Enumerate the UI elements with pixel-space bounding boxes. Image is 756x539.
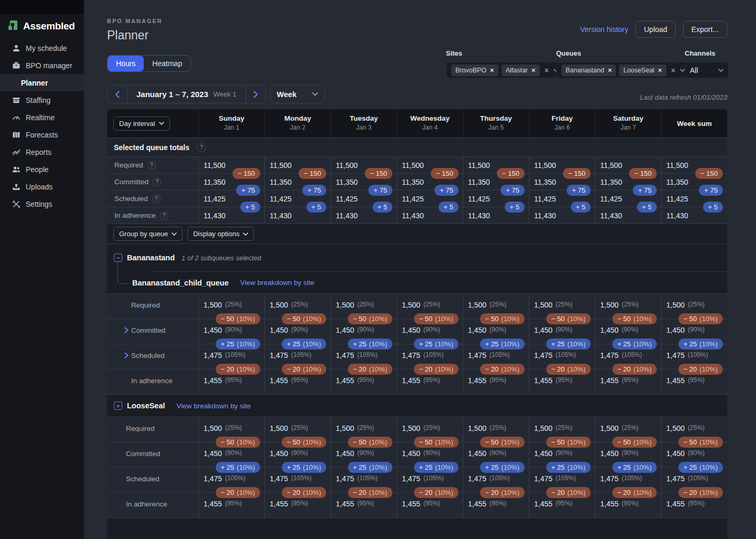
interval-select[interactable]: Week xyxy=(270,85,325,103)
badge-percent: (10%) xyxy=(699,438,718,446)
plus-delta-badge: + 5 xyxy=(703,202,723,213)
sidebar-item-settings[interactable]: Settings xyxy=(0,195,84,213)
filter-chip[interactable]: BrovoBPO× xyxy=(451,65,498,76)
next-week-button[interactable] xyxy=(246,86,265,103)
minus-delta-badge: − 50(10%) xyxy=(282,313,326,324)
cell-percent: (25%) xyxy=(688,424,705,431)
cell-value: 1,450 xyxy=(600,449,619,458)
cell-percent: (105%) xyxy=(622,351,642,358)
remove-chip-icon[interactable]: × xyxy=(658,65,662,76)
sidebar-item-bpo-manager[interactable]: BPO manager xyxy=(0,57,84,74)
badge-delta: + 25 xyxy=(419,463,433,471)
badge-delta: + 25 xyxy=(419,340,433,348)
cell-value: 1,475 xyxy=(204,351,222,360)
minus-delta-badge: − 50(10%) xyxy=(678,313,723,324)
cell-percent: (95%) xyxy=(291,500,308,507)
remove-chip-icon[interactable]: × xyxy=(608,65,612,76)
cell-percent: (95%) xyxy=(291,376,308,384)
badge-delta: − 20 xyxy=(353,489,367,496)
queue-cell: 1,500(25%)− 50(10%) xyxy=(397,417,463,442)
date-range-text: January 1 – 7, 2023 xyxy=(136,90,208,99)
gauge-icon xyxy=(12,113,20,122)
filter-chip[interactable]: Alfastar× xyxy=(502,65,540,76)
filter-select-sites[interactable]: BrovoBPO×Alfastar×× xyxy=(446,62,564,78)
group-by-queue-button[interactable]: Group by queue xyxy=(113,227,183,241)
cell-value: 11,350 xyxy=(468,178,490,186)
day-interval-button[interactable]: Day interval xyxy=(113,117,170,131)
cell-percent: (95%) xyxy=(688,500,705,507)
badge-percent: (10%) xyxy=(369,463,387,471)
cell-percent: (25%) xyxy=(688,301,705,308)
cell-percent: (95%) xyxy=(225,500,242,507)
subqueue-note: 1 of 2 subqueues selected xyxy=(182,254,261,262)
help-icon[interactable]: ? xyxy=(160,212,168,220)
badge-delta: + 25 xyxy=(221,463,235,471)
filter-chip[interactable]: Bananastand× xyxy=(561,65,616,76)
filter-select-queues[interactable]: Bananastand×LooseSeal×× xyxy=(556,62,690,78)
clear-selection-icon[interactable]: × xyxy=(669,66,677,75)
sidebar-item-forecasts[interactable]: Forecasts xyxy=(0,126,84,143)
minus-delta-badge: − 20(10%) xyxy=(348,487,392,498)
sidebar-item-my-schedule[interactable]: My schedule xyxy=(0,39,84,57)
cell-value: 1,500 xyxy=(402,301,420,309)
cell-value: 11,430 xyxy=(666,212,688,220)
badge-delta: + 25 xyxy=(287,463,301,471)
plus-delta-badge: + 5 xyxy=(637,202,657,213)
help-icon[interactable]: ? xyxy=(197,143,206,152)
badge-delta: − 50 xyxy=(419,438,433,446)
help-icon[interactable]: ? xyxy=(153,178,161,186)
minus-delta-badge: − 150 xyxy=(232,168,260,179)
sidebar-item-uploads[interactable]: Uploads xyxy=(0,178,84,195)
remove-chip-icon[interactable]: × xyxy=(531,65,536,76)
filter-chip[interactable]: LooseSeal× xyxy=(619,65,666,76)
filter-label-channels: Channels xyxy=(685,49,729,57)
view-breakdown-link[interactable]: View breakdown by site xyxy=(240,279,315,287)
cell-value: 1,450 xyxy=(468,326,486,334)
chevron-down-icon xyxy=(718,69,723,72)
row-label: Scheduled xyxy=(107,344,198,369)
cell-value: 1,455 xyxy=(204,500,222,508)
version-history-link[interactable]: Version history xyxy=(580,25,629,34)
chevron-right-icon[interactable] xyxy=(124,352,129,360)
help-icon[interactable]: ? xyxy=(152,195,161,203)
cell-percent: (105%) xyxy=(556,474,576,482)
toggle-hours[interactable]: Hours xyxy=(108,56,144,71)
clear-selection-icon[interactable]: × xyxy=(543,66,550,75)
view-breakdown-link[interactable]: View breakdown by site xyxy=(177,402,251,410)
export-button[interactable]: Export... xyxy=(683,21,727,38)
cell-value: 1,500 xyxy=(666,424,685,432)
cell-value: 1,455 xyxy=(336,500,354,508)
badge-delta: + 25 xyxy=(684,340,697,348)
sidebar-item-reports[interactable]: Reports xyxy=(0,143,84,161)
cell-percent: (105%) xyxy=(622,474,642,482)
toggle-heatmap[interactable]: Heatmap xyxy=(144,56,190,71)
badge-delta: − 20 xyxy=(485,489,499,496)
day-name: Friday xyxy=(529,114,595,122)
queue-data-table: Required1,500(25%)− 50(10%)1,500(25%)− 5… xyxy=(107,417,727,518)
expand-icon[interactable]: + xyxy=(114,401,122,410)
sidebar-item-realtime[interactable]: Realtime xyxy=(0,109,84,126)
sidebar-item-staffing[interactable]: Staffing xyxy=(0,91,84,109)
week-sum-label: Week sum xyxy=(677,120,712,128)
collapse-icon[interactable]: − xyxy=(114,253,122,262)
row-label: Scheduled? xyxy=(107,191,198,207)
cell-value: 1,455 xyxy=(270,500,288,508)
badge-delta: − 150 xyxy=(700,170,718,177)
sidebar-item-planner[interactable]: Planner xyxy=(0,74,84,91)
chevron-right-icon[interactable] xyxy=(124,327,129,335)
table-day-header: Day intervalSundayJan 1MondayJan 2Tuesda… xyxy=(107,109,727,138)
interval-cell: Day interval xyxy=(107,109,198,138)
sidebar: Assembled My scheduleBPO managerPlannerS… xyxy=(0,0,84,539)
filter-select-channels[interactable]: All xyxy=(685,62,729,78)
cell-percent: (25%) xyxy=(225,424,242,431)
display-options-button[interactable]: Display options xyxy=(187,227,254,241)
remove-chip-icon[interactable]: × xyxy=(490,65,494,76)
upload-button[interactable]: Upload xyxy=(635,21,675,38)
previous-week-button[interactable] xyxy=(108,86,127,103)
cell-value: 1,450 xyxy=(534,326,552,334)
sidebar-item-people[interactable]: People xyxy=(0,161,84,178)
badge-percent: (10%) xyxy=(633,438,652,446)
help-icon[interactable]: ? xyxy=(147,161,156,170)
cell-value: 11,425 xyxy=(534,195,556,203)
column-header-wednesday: WednesdayJan 4 xyxy=(397,109,463,138)
